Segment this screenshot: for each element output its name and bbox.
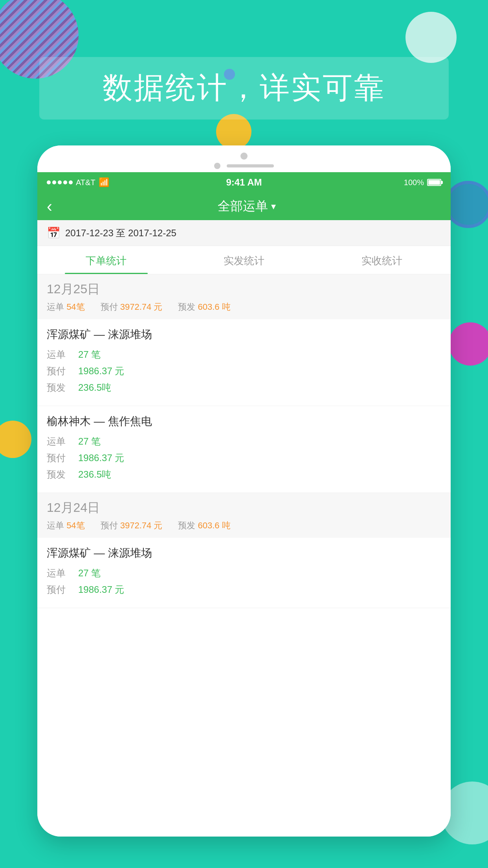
orders-label-1: 运单	[47, 348, 78, 361]
day-summary-prepay-value-2: 3972.74 元	[120, 520, 163, 530]
orders-label-3: 运单	[47, 567, 78, 579]
prepay-label-1: 预付	[47, 365, 78, 377]
day-header-dec24: 12月24日 运单 54笔 预付 3972.74 元 预发 603.6 吨	[37, 493, 451, 538]
tab-place-order[interactable]: 下单统计	[37, 246, 175, 274]
day-title-dec25: 12月25日	[47, 281, 441, 298]
orders-value-1: 27 笔	[78, 348, 101, 361]
route-stat-preship-2: 预发 236.5吨	[47, 468, 441, 481]
day-summary-prepay-label-2: 预付 3972.74 元	[101, 520, 163, 531]
carrier-label: AT&T	[76, 178, 95, 187]
day-summary-dec25: 运单 54笔 预付 3972.74 元 预发 603.6 吨	[47, 301, 441, 316]
day-summary-orders-label-2: 运单 54笔	[47, 520, 85, 531]
route-stat-orders-2: 运单 27 笔	[47, 435, 441, 448]
content-area: 12月25日 运单 54笔 预付 3972.74 元 预发 603.6 吨 浑源…	[37, 274, 451, 837]
day-section-dec25: 12月25日 运单 54笔 预付 3972.74 元 预发 603.6 吨 浑源…	[37, 274, 451, 493]
day-header-dec25: 12月25日 运单 54笔 预付 3972.74 元 预发 603.6 吨	[37, 274, 451, 319]
battery-icon	[427, 179, 441, 186]
signal-dot-1	[47, 180, 51, 184]
route-group-1: 浑源煤矿 — 涞源堆场 运单 27 笔 预付 1986.37 元 预发 236.…	[37, 319, 451, 406]
signal-dots	[47, 180, 73, 184]
preship-value-2: 236.5吨	[78, 468, 111, 481]
route-group-2: 榆林神木 — 焦作焦电 运单 27 笔 预付 1986.37 元 预发 236.…	[37, 406, 451, 493]
day-summary-preship-value-2: 603.6 吨	[198, 520, 231, 530]
day-summary-prepay-value: 3972.74 元	[120, 302, 163, 312]
signal-dot-3	[58, 180, 62, 184]
phone-camera	[240, 153, 248, 160]
status-bar: AT&T 📶 9:41 AM 100%	[37, 172, 451, 193]
calendar-icon: 📅	[47, 226, 61, 239]
route-stat-prepay-2: 预付 1986.37 元	[47, 452, 441, 464]
day-section-dec24: 12月24日 运单 54笔 预付 3972.74 元 预发 603.6 吨 浑源…	[37, 493, 451, 608]
prepay-value-3: 1986.37 元	[78, 583, 124, 596]
signal-dot-2	[52, 180, 56, 184]
phone-dots-bar	[214, 163, 274, 169]
day-summary-preship-label-2: 预发 603.6 吨	[178, 520, 230, 531]
day-summary-orders-value: 54笔	[66, 302, 84, 312]
day-title-dec24: 12月24日	[47, 499, 441, 517]
route-title-1: 浑源煤矿 — 涞源堆场	[47, 327, 441, 342]
battery-percentage: 100%	[404, 178, 424, 187]
phone-dot	[214, 163, 220, 169]
header-banner: 数据统计，详实可靠	[39, 57, 449, 120]
status-right: 100%	[404, 178, 441, 187]
date-filter[interactable]: 📅 2017-12-23 至 2017-12-25	[37, 220, 451, 246]
orders-label-2: 运单	[47, 435, 78, 448]
route-group-3: 浑源煤矿 — 涞源堆场 运单 27 笔 预付 1986.37 元	[37, 538, 451, 608]
status-left: AT&T 📶	[47, 177, 109, 188]
route-stat-prepay-1: 预付 1986.37 元	[47, 365, 441, 377]
prepay-label-2: 预付	[47, 452, 78, 464]
orders-value-3: 27 笔	[78, 567, 101, 579]
prepay-value-1: 1986.37 元	[78, 365, 124, 377]
route-stat-orders-3: 运单 27 笔	[47, 567, 441, 579]
day-summary-preship-value: 603.6 吨	[198, 302, 231, 312]
phone-bar	[227, 164, 274, 167]
route-stat-orders-1: 运单 27 笔	[47, 348, 441, 361]
date-range-text: 2017-12-23 至 2017-12-25	[65, 227, 176, 239]
route-stat-preship-1: 预发 236.5吨	[47, 381, 441, 394]
route-stat-prepay-3: 预付 1986.37 元	[47, 583, 441, 596]
day-summary-orders-value-2: 54笔	[66, 520, 84, 530]
day-summary-dec24: 运单 54笔 预付 3972.74 元 预发 603.6 吨	[47, 520, 441, 535]
nav-title: 全部运单 ▾	[52, 198, 441, 215]
preship-label-2: 预发	[47, 468, 78, 481]
phone-mockup: AT&T 📶 9:41 AM 100% ‹ 全部运单 ▾ 📅 2017-12-2…	[37, 145, 451, 837]
day-summary-preship-label: 预发 603.6 吨	[178, 301, 230, 313]
signal-dot-4	[63, 180, 67, 184]
back-button[interactable]: ‹	[47, 197, 52, 216]
preship-value-1: 236.5吨	[78, 381, 111, 394]
nav-title-text: 全部运单	[218, 198, 268, 215]
decorative-circle-blue-right	[445, 181, 488, 228]
status-time: 9:41 AM	[226, 177, 262, 188]
dropdown-arrow-icon[interactable]: ▾	[271, 201, 276, 212]
orders-value-2: 27 笔	[78, 435, 101, 448]
phone-top-indicators	[37, 145, 451, 172]
tab-actual-receive[interactable]: 实收统计	[313, 246, 451, 274]
decorative-circle-purple	[449, 322, 488, 366]
route-title-2: 榆林神木 — 焦作焦电	[47, 414, 441, 429]
day-summary-prepay-label: 预付 3972.74 元	[101, 301, 163, 313]
day-summary-orders-label: 运单 54笔	[47, 301, 85, 313]
decorative-circle-white	[405, 12, 457, 63]
wifi-icon: 📶	[99, 177, 109, 188]
decorative-circle-yellow-left	[0, 421, 31, 458]
tabs-bar: 下单统计 实发统计 实收统计	[37, 246, 451, 274]
signal-dot-5	[69, 180, 73, 184]
tab-actual-ship[interactable]: 实发统计	[175, 246, 313, 274]
preship-label-1: 预发	[47, 381, 78, 394]
nav-bar: ‹ 全部运单 ▾	[37, 193, 451, 220]
header-title: 数据统计，详实可靠	[103, 71, 385, 104]
prepay-value-2: 1986.37 元	[78, 452, 124, 464]
route-title-3: 浑源煤矿 — 涞源堆场	[47, 546, 441, 561]
prepay-label-3: 预付	[47, 583, 78, 596]
